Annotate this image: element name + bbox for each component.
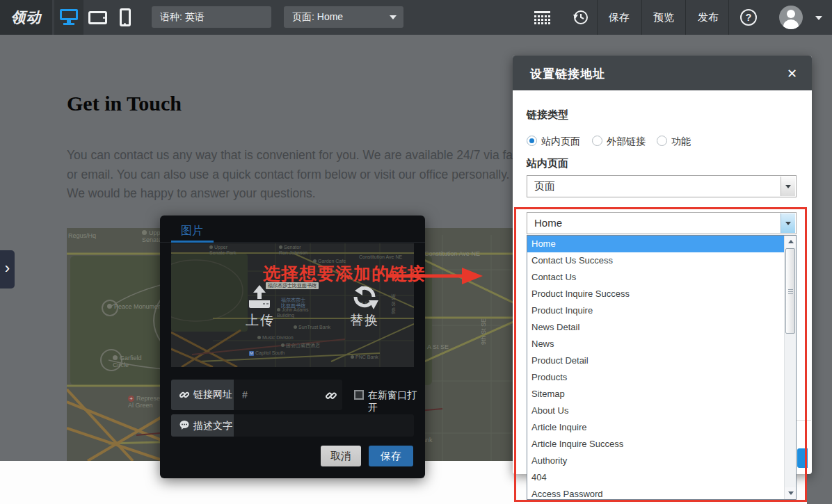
radio-external-link[interactable] <box>592 136 602 146</box>
page-selector[interactable]: 页面: Home <box>284 6 403 28</box>
replace-icon[interactable] <box>351 284 378 313</box>
grid-icon[interactable] <box>534 11 551 28</box>
map-label: Music Division <box>257 335 294 341</box>
chevron-down-icon <box>785 185 791 188</box>
map-label: John Adams Building <box>277 307 309 318</box>
device-tablet-button[interactable] <box>83 0 113 35</box>
category-select[interactable]: 页面 <box>527 175 797 197</box>
modal-save-button[interactable]: 保存 <box>369 446 413 466</box>
map-label: Upper Senate Park <box>209 245 237 256</box>
map-label: PNC Bank <box>351 355 378 360</box>
radio-function[interactable] <box>657 136 667 146</box>
publish-button[interactable]: 发布 <box>687 0 730 35</box>
modal-cancel-button[interactable]: 取消 <box>321 446 361 466</box>
link-icon <box>179 390 189 400</box>
person-icon <box>787 10 795 18</box>
preview-button[interactable]: 预览 <box>642 0 685 35</box>
image-dialog-tab[interactable]: 图片 <box>181 224 203 238</box>
map-label: Senator Ron Johnson <box>279 245 307 256</box>
panel-header: 设置链接地址 ✕ <box>513 56 812 90</box>
map-label: 9th St SE <box>480 318 487 345</box>
link-url-label: 链接网址 <box>171 380 234 410</box>
description-label: 描述文字 <box>171 414 234 437</box>
device-desktop-button[interactable] <box>54 0 83 35</box>
device-mobile-button[interactable] <box>111 0 141 35</box>
language-selector[interactable]: 语种: 英语 <box>152 6 271 28</box>
open-new-window-checkbox[interactable] <box>354 390 364 400</box>
link-type-label: 链接类型 <box>527 108 568 122</box>
panel-title: 设置链接地址 <box>530 66 605 82</box>
account-menu-caret-icon[interactable] <box>815 16 822 20</box>
map-label: Constitution Ave NE <box>424 250 480 257</box>
map-label: Capitol South <box>249 350 285 356</box>
desktop-icon <box>60 9 78 25</box>
chevron-right-icon: › <box>5 259 10 277</box>
site-page-section-label: 站内页面 <box>527 157 568 170</box>
upload-icon[interactable] <box>246 285 273 311</box>
tablet-icon <box>88 11 107 24</box>
save-button[interactable]: 保存 <box>598 0 641 35</box>
open-new-window-label: 在新窗口打开 <box>368 389 425 414</box>
upload-label[interactable]: 上传 <box>246 311 275 330</box>
image-dialog: 图片 Upper Senate ParkSenator Ron <box>160 216 425 478</box>
close-icon[interactable]: ✕ <box>783 65 801 83</box>
description-input[interactable] <box>234 414 414 437</box>
history-icon[interactable] <box>573 9 589 29</box>
comment-icon <box>179 421 189 430</box>
page-title: Get in Touch <box>67 92 182 115</box>
map-label: SunTrust Bank <box>294 325 330 330</box>
toolbar: 领动 语种: 英语 页面: Home <box>0 0 832 35</box>
map-label: Constitution Ave NE <box>359 254 402 260</box>
radio-site-page-label[interactable]: 站内页面 <box>541 136 580 148</box>
replace-label[interactable]: 替换 <box>350 311 379 330</box>
radio-external-link-label[interactable]: 外部链接 <box>607 136 646 148</box>
map-label: A St SE <box>427 343 449 350</box>
select-dropdown-button[interactable] <box>781 177 795 196</box>
mobile-icon <box>120 8 131 26</box>
app-logo[interactable]: 领动 <box>0 0 52 35</box>
annotation-highlight-box <box>514 207 807 502</box>
map-label: Regus/Hq <box>68 232 96 239</box>
radio-site-page[interactable] <box>527 136 537 146</box>
link-pick-icon[interactable] <box>326 390 337 401</box>
active-tab-indicator <box>171 241 214 243</box>
chevron-down-icon <box>390 15 397 19</box>
map-label: Garfield Circle <box>113 355 142 368</box>
radio-function-label[interactable]: 功能 <box>671 136 691 148</box>
map-label: Peace Monument <box>107 303 163 310</box>
sidebar-expand-button[interactable]: › <box>0 250 15 288</box>
map-label: 国会山葳西酒店 <box>281 343 320 348</box>
help-icon[interactable]: ? <box>740 9 757 26</box>
map-label: 9th St SE <box>391 293 397 314</box>
annotation-arrow <box>387 266 484 286</box>
avatar[interactable] <box>779 6 803 29</box>
